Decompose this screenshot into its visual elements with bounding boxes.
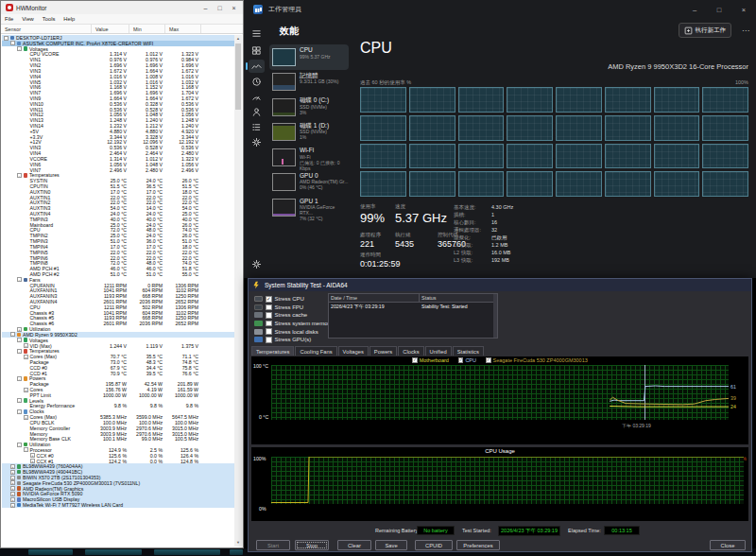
tab-statistics[interactable]: Statistics (453, 346, 484, 356)
tree-expander[interactable]: - (17, 349, 22, 354)
taskbar-item[interactable] (85, 549, 142, 555)
scroll-up-icon[interactable]: ▲ (234, 35, 242, 43)
tree-expander[interactable]: - (4, 36, 9, 41)
sidebar-item-memory[interactable]: 記憶體9.3/31.1 GB (30%) (269, 70, 349, 96)
close-button[interactable] (731, 0, 756, 19)
column-header-max[interactable]: Max (165, 25, 201, 33)
tree-expander[interactable]: - (10, 41, 15, 45)
taskbar-item[interactable] (28, 549, 73, 555)
tree-expander[interactable]: - (10, 332, 15, 337)
task-manager-titlebar[interactable]: 工作管理員 (244, 0, 756, 19)
tree-expander[interactable]: - (17, 443, 22, 447)
column-header-sensor[interactable]: Sensor (1, 25, 92, 33)
menu-help[interactable]: Help (63, 16, 75, 22)
close-button[interactable] (227, 3, 241, 13)
minimize-button[interactable] (682, 0, 707, 19)
tree-expander[interactable]: + (17, 327, 22, 332)
tree-expander[interactable]: - (17, 277, 22, 282)
tree-expander[interactable]: - (17, 46, 22, 51)
services-icon[interactable] (249, 135, 265, 148)
settings-icon[interactable] (249, 257, 265, 270)
tab-cooling-fans[interactable]: Cooling Fans (295, 346, 336, 356)
stress-checkbox[interactable] (266, 337, 272, 343)
legend-item[interactable]: CPU (458, 357, 476, 363)
sidebar-item-disk0[interactable]: 磁碟 0 (C:)SSD (NVMe)3% (269, 95, 349, 120)
sidebar-item-disk1[interactable]: 磁碟 1 (D:)SSD (NVMe)1% (269, 120, 349, 146)
legend-checkbox[interactable] (458, 357, 464, 363)
stress-checkbox[interactable] (266, 321, 272, 327)
menu-tools[interactable]: Tools (43, 16, 56, 22)
performance-icon[interactable] (249, 60, 265, 73)
maximize-button[interactable] (213, 3, 227, 13)
tree-expander[interactable]: + (24, 343, 28, 348)
tree-expander[interactable]: + (24, 388, 28, 392)
tree-expander[interactable]: + (10, 486, 15, 491)
tree-expander[interactable]: - (17, 376, 22, 381)
tree-expander[interactable]: + (24, 355, 28, 359)
tab-voltages[interactable]: Voltages (338, 346, 369, 356)
aida-clear-button[interactable]: Clear (337, 540, 371, 550)
log-col-status[interactable]: Status (420, 294, 497, 303)
menu-file[interactable]: File (5, 16, 13, 22)
sidebar-item-gpu0[interactable]: GPU 0AMD Radeon(TM) Gr...0% (46 °C) (269, 170, 349, 196)
details-icon[interactable] (249, 120, 265, 133)
tree-expander[interactable]: + (10, 492, 15, 496)
aida-start-button[interactable]: Start (256, 540, 290, 550)
aida64-titlebar[interactable]: System Stability Test - AIDA64 (249, 279, 751, 291)
tab-temperatures[interactable]: Temperatures (251, 346, 294, 356)
sidebar-item-wifi[interactable]: Wi-FiWi-Fi已傳送: 0 已接收: 0 Kbps (269, 145, 349, 170)
more-options-button[interactable] (742, 26, 749, 35)
maximize-button[interactable] (707, 0, 731, 19)
legend-checkbox[interactable] (412, 357, 418, 363)
tree-expander[interactable]: + (30, 459, 35, 463)
aida-cpuid-button[interactable]: CPUID (415, 540, 453, 550)
stress-checkbox[interactable] (266, 312, 272, 319)
scroll-down-icon[interactable]: ▼ (234, 539, 242, 547)
stress-checkbox[interactable] (266, 328, 272, 335)
tree-expander[interactable]: + (10, 476, 15, 480)
tree-expander[interactable]: - (24, 447, 28, 452)
tree-expander[interactable]: + (10, 497, 15, 502)
log-col-datetime[interactable]: Date / Time (329, 294, 420, 303)
log-row[interactable]: 2026/4/23 下午 03:29:19 Stability Test: St… (329, 303, 497, 310)
taskbar-item[interactable] (230, 549, 243, 555)
users-icon[interactable] (249, 105, 265, 118)
scrollbar-thumb[interactable] (235, 43, 241, 110)
tab-unified[interactable]: Unified (425, 346, 452, 356)
tree-expander[interactable]: + (10, 470, 15, 475)
stress-checkbox[interactable] (266, 296, 272, 303)
sidebar-item-cpu[interactable]: CPU99% 5.37 GHz (269, 44, 349, 70)
sidebar-item-gpu1[interactable]: GPU 1NVIDIA GeForce RTX...7% (32 °C) (269, 196, 349, 221)
vertical-scrollbar[interactable]: ▲ ▼ (234, 35, 242, 547)
tree-expander[interactable]: - (17, 409, 22, 414)
aida-close-button[interactable]: Close (710, 540, 746, 550)
tree-expander[interactable]: - (17, 398, 22, 403)
app-history-icon[interactable] (249, 75, 265, 88)
column-header-value[interactable]: Value (92, 25, 129, 33)
menu-icon[interactable] (249, 26, 265, 40)
legend-item[interactable]: Motherboard (412, 357, 449, 363)
tree-expander[interactable]: + (10, 480, 15, 485)
legend-checkbox[interactable] (486, 357, 491, 363)
startup-apps-icon[interactable] (249, 90, 265, 103)
sensor-row[interactable]: +MediaTek Wi-Fi 7 MT7927 Wireless LAN Ca… (2, 502, 236, 508)
minimize-button[interactable] (198, 3, 213, 13)
tree-expander[interactable]: + (30, 453, 35, 458)
aida-stop-button[interactable]: Stop (295, 540, 329, 550)
stress-checkbox[interactable] (266, 304, 272, 311)
processes-icon[interactable] (249, 43, 265, 57)
legend-item[interactable]: Seagate FireCuda 530 ZP4000GM30013 (486, 357, 588, 363)
aida-save-button[interactable]: Save (375, 540, 407, 550)
tab-clocks[interactable]: Clocks (398, 346, 423, 356)
log-scrollbar[interactable] (493, 294, 497, 338)
hwmonitor-titlebar[interactable]: HWMonitor (1, 1, 243, 14)
taskbar-item[interactable] (154, 549, 220, 555)
tree-expander[interactable]: + (10, 503, 15, 508)
tab-powers[interactable]: Powers (369, 346, 397, 356)
tree-expander[interactable]: + (24, 415, 28, 420)
menu-view[interactable]: View (22, 16, 33, 22)
aida-preferences-button[interactable]: Preferences (456, 540, 500, 550)
tree-expander[interactable]: - (17, 173, 22, 178)
tree-expander[interactable]: - (17, 338, 22, 342)
tree-expander[interactable]: + (10, 464, 15, 469)
